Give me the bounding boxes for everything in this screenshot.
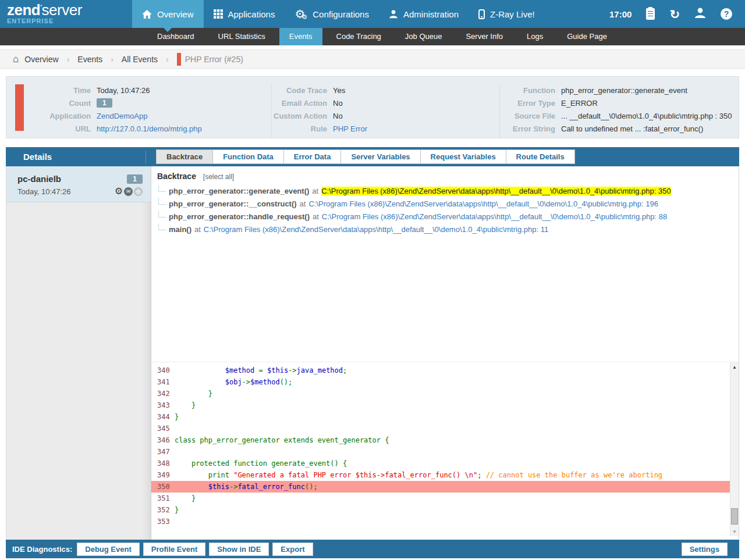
tab-server-variables[interactable]: Server Variables [340,149,420,164]
debug-event-button[interactable]: Debug Event [77,543,139,556]
globe-icon[interactable]: ⊕ [134,187,143,196]
occurrence-list-item[interactable]: pc-danielb 1 Today, 10:47:26 ⚙ ✉ ⊕ [6,166,151,202]
backtrace-frame: php_error_generator::generate_event() at… [157,184,733,197]
subnav-item-logs[interactable]: Logs [517,28,553,45]
audit-trail-icon[interactable] [646,8,655,20]
tab-route-details[interactable]: Route Details [506,149,575,164]
detail-tabs: Backtrace Function Data Error Data Serve… [156,149,574,164]
backtrace-frames: php_error_generator::generate_event() at… [157,184,733,236]
code-line: 341 $obj->$method(); [151,376,730,388]
gears-icon: ⚙⚙ [295,8,307,20]
breadcrumb-overview[interactable]: Overview [24,55,58,64]
tab-request-variables[interactable]: Request Variables [420,149,506,164]
scroll-up-icon[interactable]: ▲ [730,365,739,370]
tree-connector-icon [158,211,166,217]
code-trace-label: Code Trace [272,86,327,95]
subnav-item-url-statistics[interactable]: URL Statistics [208,28,275,45]
details-header-bar: Details Backtrace Function Data Error Da… [6,147,739,166]
subnav-item-dashboard[interactable]: Dashboard [147,28,204,45]
tab-error-data[interactable]: Error Data [283,149,342,164]
scroll-down-icon[interactable]: ▼ [730,529,739,534]
frame-path[interactable]: C:\Program Files (x86)\Zend\ZendServer\d… [308,199,658,208]
count-badge: 1 [97,98,112,108]
tab-function-data[interactable]: Function Data [212,149,284,164]
brand-zend: zend [7,1,40,19]
user-icon[interactable] [694,7,706,21]
code-line: 346class php_error_generator extends eve… [151,434,730,446]
breadcrumb-events[interactable]: Events [77,55,102,64]
backtrace-title: Backtrace [157,172,196,181]
gear-icon[interactable]: ⚙ [115,187,123,196]
export-button[interactable]: Export [272,543,313,556]
frame-path[interactable]: C:\Program Files (x86)\Zend\ZendServer\d… [322,212,667,221]
application-link[interactable]: ZendDemoApp [97,112,147,120]
profile-event-button[interactable]: Profile Event [143,543,205,556]
secondary-navbar: Dashboard URL Statistics Events Code Tra… [0,28,745,45]
frame-at: at [300,199,306,208]
event-severity-marker [177,53,181,66]
subnav-item-job-queue[interactable]: Job Queue [395,28,452,45]
occurrence-sidebar: pc-danielb 1 Today, 10:47:26 ⚙ ✉ ⊕ [6,166,151,540]
subnav-item-guide-page[interactable]: Guide Page [557,28,617,45]
source-code-viewer: 340 $method = $this->java_method;341 $ob… [151,362,739,536]
frame-function: php_error_generator::__construct() [169,199,297,208]
occurrence-actions: ⚙ ✉ ⊕ [115,187,143,196]
subnav-item-code-tracing[interactable]: Code Tracing [327,28,391,45]
code-line: 349 print "Generated a fatal PHP error $… [151,469,730,481]
nav-item-configurations[interactable]: ⚙⚙ Configurations [285,0,379,28]
nav-item-overview[interactable]: Overview [132,0,204,28]
code-line: 342 } [151,388,730,400]
email-action-value: No [333,99,343,108]
frame-at: at [312,187,318,195]
main-menu: Overview Applications ⚙⚙ Configurations … [132,0,545,28]
breadcrumb-all-events[interactable]: All Events [122,55,158,64]
frame-path[interactable]: C:\Program Files (x86)\Zend\ZendServer\d… [204,225,548,234]
home-icon [142,10,152,19]
tree-connector-icon [158,198,166,205]
code-line: 348 protected function generate_event() … [151,458,730,469]
subnav-item-events[interactable]: Events [279,28,322,45]
breadcrumb: ⌂ Overview › Events › All Events › PHP E… [0,49,745,69]
help-icon[interactable]: ? [721,8,732,20]
backtrace-frame: php_error_generator::handle_request() at… [157,210,733,223]
nav-item-administration[interactable]: Administration [379,0,469,28]
home-icon[interactable]: ⌂ [13,54,19,64]
frame-at: at [194,225,201,234]
settings-button[interactable]: Settings [682,543,728,556]
scrollbar-thumb[interactable] [731,508,738,525]
nav-item-applications[interactable]: Applications [204,0,285,28]
rule-label: Rule [272,124,327,133]
rule-link[interactable]: PHP Error [333,124,367,133]
nav-item-label: Overview [157,9,194,19]
code-line: 343 } [151,400,730,411]
code-scrollbar[interactable]: ▲ ▼ [730,362,739,536]
tab-backtrace[interactable]: Backtrace [156,149,213,164]
nav-item-label: Z-Ray Live! [490,9,535,19]
code-trace-value: Yes [333,86,345,95]
frame-path-highlighted[interactable]: C:\Program Files (x86)\Zend\ZendServer\d… [321,187,671,195]
refresh-icon[interactable]: ↻ [669,8,680,20]
url-link[interactable]: http://127.0.0.1/demo/mtrig.php [97,124,202,133]
show-in-ide-button[interactable]: Show in IDE [209,543,269,556]
top-navbar: zend'server ENTERPRISE Overview Applicat… [0,0,745,28]
divider [146,151,146,163]
brand-tick: ' [40,2,41,12]
brand-enterprise: ENTERPRISE [7,18,125,24]
nav-item-zray-live[interactable]: Z-Ray Live! [469,0,545,28]
application-label: Application [33,112,91,120]
custom-action-value: No [333,112,343,120]
chevron-right-icon: › [111,55,113,64]
email-icon[interactable]: ✉ [124,187,133,196]
select-all-link[interactable]: [select all] [203,173,234,181]
nav-item-label: Configurations [313,9,369,19]
tree-connector-icon [158,224,166,230]
person-icon [389,9,398,19]
code-line: 344} [151,411,730,423]
frame-function: php_error_generator::handle_request() [169,212,310,221]
subnav-item-server-info[interactable]: Server Info [456,28,513,45]
code-lines: 340 $method = $this->java_method;341 $ob… [151,362,730,536]
tree-connector-icon [158,186,166,192]
time-value: Today, 10:47:26 [97,86,150,95]
brand-logo[interactable]: zend'server ENTERPRISE [0,0,125,28]
function-value: php_error_generator::generate_event [561,86,687,95]
